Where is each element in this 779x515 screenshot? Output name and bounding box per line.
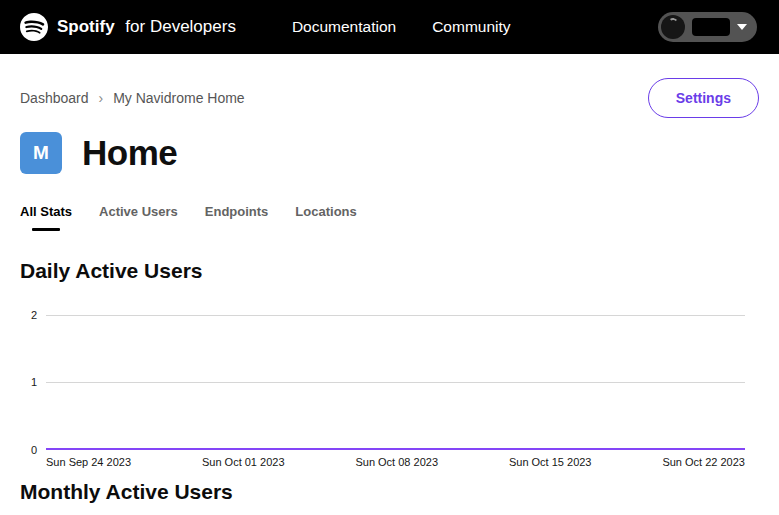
x-tick: Sun Oct 08 2023 — [355, 456, 438, 468]
brand-suffix: for Developers — [125, 17, 236, 36]
active-tab-underline — [32, 228, 60, 231]
gridline-y1 — [46, 382, 745, 383]
breadcrumb-row: Dashboard › My Navidrome Home Settings — [20, 78, 759, 118]
app-icon: M — [20, 132, 62, 174]
spotify-developers-logo[interactable]: Spotify for Developers — [20, 13, 236, 41]
tab-endpoints[interactable]: Endpoints — [205, 204, 269, 231]
brand-name: Spotify — [57, 17, 115, 36]
account-name-block — [692, 18, 730, 36]
top-header: Spotify for Developers Documentation Com… — [0, 0, 779, 54]
tab-all-stats-label: All Stats — [20, 204, 72, 219]
monthly-active-users-heading: Monthly Active Users — [20, 480, 759, 504]
y-tick-0: 0 — [31, 444, 37, 456]
x-tick: Sun Oct 15 2023 — [509, 456, 592, 468]
gridline-y2 — [46, 315, 745, 316]
app-header: M Home — [20, 132, 759, 174]
tab-all-stats[interactable]: All Stats — [20, 204, 72, 231]
stats-tabs: All Stats Active Users Endpoints Locatio… — [20, 204, 759, 231]
brand-text: Spotify for Developers — [57, 17, 236, 37]
breadcrumb-dashboard-link[interactable]: Dashboard — [20, 90, 89, 106]
chart-plot-area — [46, 315, 745, 450]
header-nav: Documentation Community — [292, 18, 511, 36]
avatar — [661, 15, 685, 39]
daily-active-users-heading: Daily Active Users — [20, 259, 759, 283]
avatar-arc-icon — [667, 17, 678, 28]
account-menu[interactable] — [658, 12, 757, 42]
page-title: Home — [82, 133, 177, 173]
tab-endpoints-label: Endpoints — [205, 204, 269, 219]
x-tick: Sun Oct 01 2023 — [202, 456, 285, 468]
daily-active-users-chart: 2 1 0 — [20, 315, 759, 450]
daily-active-users-series-line — [46, 448, 745, 450]
x-tick: Sun Oct 22 2023 — [662, 456, 745, 468]
breadcrumb-current-page: My Navidrome Home — [113, 90, 244, 106]
chevron-down-icon — [737, 24, 747, 30]
breadcrumb: Dashboard › My Navidrome Home — [20, 90, 245, 106]
spotify-icon — [20, 13, 48, 41]
y-tick-1: 1 — [31, 376, 37, 388]
x-tick: Sun Sep 24 2023 — [46, 456, 131, 468]
tab-active-users-label: Active Users — [99, 204, 178, 219]
breadcrumb-separator-icon: › — [99, 90, 104, 106]
tab-locations-label: Locations — [295, 204, 356, 219]
nav-link-documentation[interactable]: Documentation — [292, 18, 396, 36]
chart-x-axis: Sun Sep 24 2023 Sun Oct 01 2023 Sun Oct … — [46, 456, 745, 468]
chart-y-axis: 2 1 0 — [20, 315, 46, 450]
nav-link-community[interactable]: Community — [432, 18, 510, 36]
settings-button[interactable]: Settings — [648, 78, 759, 118]
main-content: Dashboard › My Navidrome Home Settings M… — [0, 78, 779, 504]
tab-active-users[interactable]: Active Users — [99, 204, 178, 231]
y-tick-2: 2 — [31, 309, 37, 321]
tab-locations[interactable]: Locations — [295, 204, 356, 231]
